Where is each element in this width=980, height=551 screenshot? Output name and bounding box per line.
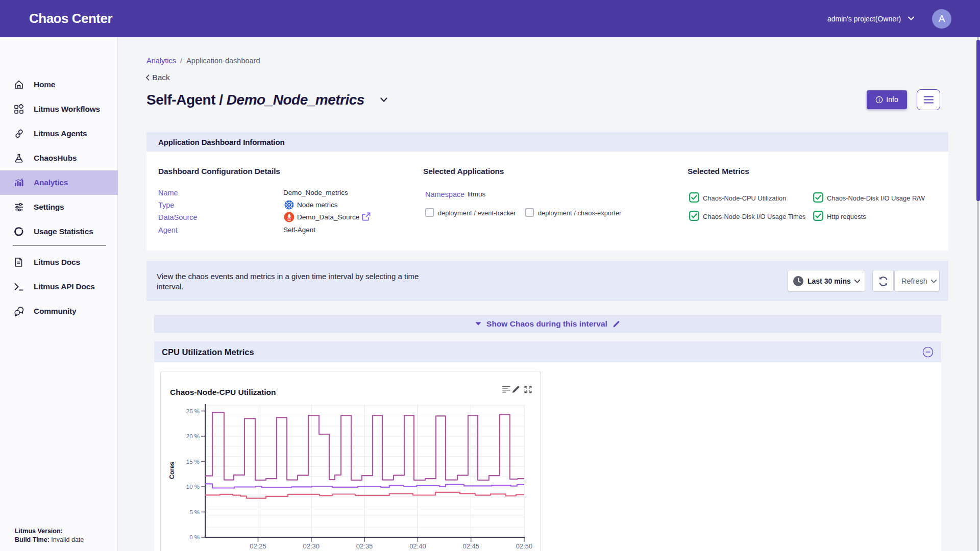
svg-text:0 %: 0 % xyxy=(189,534,200,540)
svg-text:02:45: 02:45 xyxy=(462,542,479,550)
svg-text:02:35: 02:35 xyxy=(356,542,373,550)
svg-text:20 %: 20 % xyxy=(186,433,200,439)
svg-text:Cores: Cores xyxy=(168,462,176,479)
svg-text:15 %: 15 % xyxy=(186,459,200,465)
svg-text:02:50: 02:50 xyxy=(516,542,533,550)
svg-text:10 %: 10 % xyxy=(186,484,200,490)
svg-text:02:40: 02:40 xyxy=(409,542,426,550)
svg-text:02:30: 02:30 xyxy=(303,542,320,550)
svg-text:02:25: 02:25 xyxy=(250,542,266,550)
svg-text:25 %: 25 % xyxy=(186,408,200,414)
svg-text:5 %: 5 % xyxy=(189,509,200,515)
